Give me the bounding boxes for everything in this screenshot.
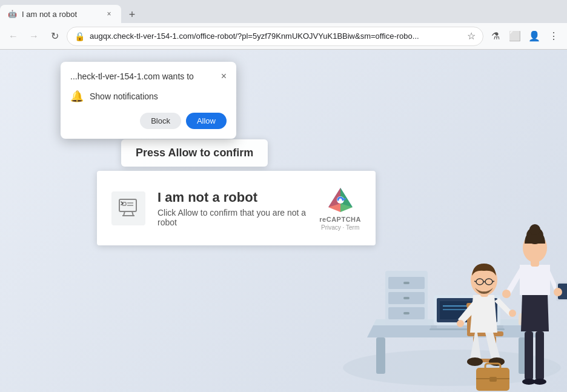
svg-point-53: [529, 224, 540, 235]
office-illustration: [313, 131, 567, 392]
new-tab-button[interactable]: +: [124, 6, 141, 23]
bookmark-icon[interactable]: ☆: [467, 30, 476, 42]
popup-header: ...heck-tl-ver-154-1.com wants to ×: [70, 71, 227, 81]
block-button[interactable]: Block: [140, 113, 181, 129]
address-bar: ← → ↻ 🔒 augqx.check-tl-ver-154-1.com/off…: [0, 23, 567, 50]
tab-favicon: 🤖: [7, 9, 17, 19]
svg-line-2: [132, 211, 133, 216]
svg-point-32: [489, 357, 505, 366]
svg-line-41: [492, 281, 494, 282]
svg-point-49: [554, 288, 562, 296]
tab-title: I am not a robot: [22, 10, 99, 19]
tab-close-button[interactable]: ×: [104, 9, 114, 19]
popup-actions: Block Allow: [70, 113, 227, 129]
svg-rect-59: [403, 297, 409, 299]
active-tab[interactable]: 🤖 I am not a robot ×: [0, 5, 121, 23]
svg-rect-42: [525, 331, 533, 380]
popup-notification-item: 🔔 Show notifications: [70, 90, 227, 103]
office-scene-svg: [313, 131, 567, 392]
press-allow-banner: Press Allow to confirm: [121, 139, 268, 167]
svg-line-1: [124, 211, 125, 216]
toolbar-icons: ⚗ ⬜ 👤 ⋮: [487, 28, 562, 45]
svg-point-45: [533, 379, 546, 385]
svg-point-31: [467, 357, 483, 366]
recaptcha-text-content: I am not a robot Click Allow to confirm …: [158, 190, 307, 227]
page-content: ...heck-tl-ver-154-1.com wants to × 🔔 Sh…: [0, 50, 567, 392]
bell-icon: 🔔: [70, 90, 84, 103]
svg-rect-64: [489, 377, 497, 382]
svg-rect-60: [403, 312, 409, 314]
profile-button[interactable]: 👤: [526, 28, 543, 45]
refresh-button[interactable]: ↻: [46, 28, 63, 45]
extensions-button[interactable]: ⚗: [487, 28, 504, 45]
url-text: augqx.check-tl-ver-154-1.com/office-robo…: [90, 32, 462, 41]
recaptcha-title: I am not a robot: [158, 190, 307, 205]
popup-title: ...heck-tl-ver-154-1.com wants to: [70, 71, 194, 81]
monitor-icon: [118, 198, 139, 219]
url-bar[interactable]: 🔒 augqx.check-tl-ver-154-1.com/office-ro…: [67, 27, 483, 46]
allow-button[interactable]: Allow: [186, 113, 227, 129]
notification-popup: ...heck-tl-ver-154-1.com wants to × 🔔 Sh…: [61, 62, 236, 139]
lock-icon: 🔒: [75, 32, 85, 41]
browser-chrome: 🤖 I am not a robot × + ← → ↻ 🔒 augqx.che…: [0, 0, 567, 50]
tab-bar: 🤖 I am not a robot × +: [0, 0, 567, 23]
svg-point-48: [502, 290, 511, 298]
svg-line-40: [474, 281, 476, 282]
split-screen-button[interactable]: ⬜: [506, 28, 523, 45]
svg-rect-11: [376, 337, 385, 374]
svg-rect-58: [403, 282, 409, 284]
popup-close-button[interactable]: ×: [221, 71, 227, 81]
press-allow-text: Press Allow to confirm: [136, 147, 253, 159]
back-button[interactable]: ←: [5, 28, 22, 45]
recaptcha-subtitle: Click Allow to confirm that you are not …: [158, 208, 307, 227]
svg-point-33: [457, 320, 464, 327]
svg-point-34: [509, 310, 516, 317]
popup-notification-label: Show notifications: [90, 91, 158, 101]
recaptcha-icon: [111, 191, 145, 225]
svg-rect-43: [536, 331, 544, 380]
forward-button[interactable]: →: [25, 28, 42, 45]
menu-button[interactable]: ⋮: [545, 28, 562, 45]
